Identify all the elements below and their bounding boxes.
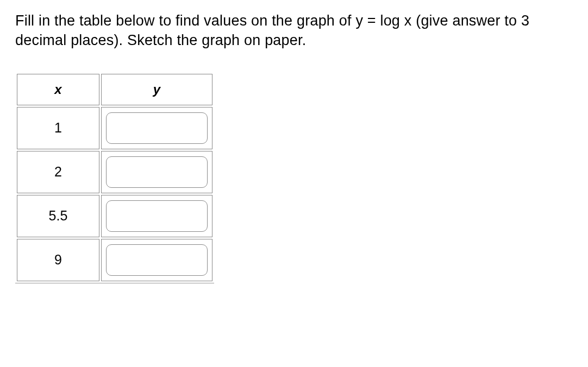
- values-table: x y 1 2 5.5 9: [15, 72, 214, 283]
- table-row: 5.5: [17, 195, 212, 237]
- y-input-row-4[interactable]: [106, 244, 208, 276]
- table-row: 9: [17, 239, 212, 281]
- table-row: 1: [17, 107, 212, 149]
- y-value-cell: [101, 195, 212, 237]
- y-value-cell: [101, 239, 212, 281]
- y-value-cell: [101, 151, 212, 193]
- x-value-cell: 1: [17, 107, 99, 149]
- table-header-x: x: [17, 74, 99, 105]
- y-input-row-2[interactable]: [106, 156, 208, 188]
- table-row: 2: [17, 151, 212, 193]
- y-input-row-1[interactable]: [106, 112, 208, 144]
- y-input-row-3[interactable]: [106, 200, 208, 232]
- table-header-y: y: [101, 74, 212, 105]
- x-value-cell: 5.5: [17, 195, 99, 237]
- x-value-cell: 2: [17, 151, 99, 193]
- question-prompt: Fill in the table below to find values o…: [15, 11, 573, 50]
- x-value-cell: 9: [17, 239, 99, 281]
- y-value-cell: [101, 107, 212, 149]
